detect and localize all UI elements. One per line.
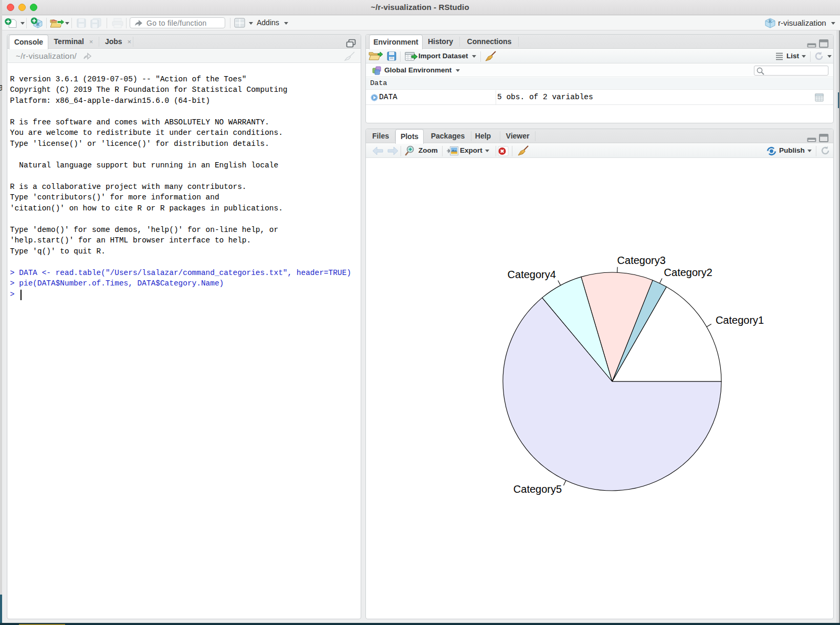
svg-text:Category3: Category3 [617, 255, 666, 266]
svg-text:Category5: Category5 [513, 483, 562, 495]
svg-text:Category4: Category4 [508, 269, 556, 280]
svg-text:R: R [769, 19, 772, 24]
svg-text:Category2: Category2 [664, 267, 712, 278]
svg-text:Category1: Category1 [716, 314, 764, 326]
